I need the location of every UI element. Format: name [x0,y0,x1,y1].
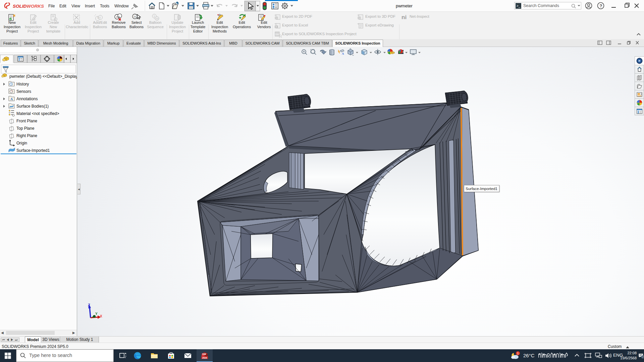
svg-text:111: 111 [97,16,101,19]
svg-text:11: 11 [133,15,136,18]
svg-text:SW: SW [275,33,279,36]
svg-text:X: X [100,314,102,318]
svg-text:PDF: PDF [358,17,362,19]
svg-text:ni: ni [401,14,407,20]
svg-text:Z: Z [88,303,90,307]
svg-text:PDF: PDF [275,17,279,19]
svg-text:Y: Y [95,312,98,316]
svg-text:1: 1 [517,352,519,355]
svg-text:A: A [342,52,344,55]
svg-text:111: 111 [116,15,120,18]
svg-text:1: 1 [154,15,155,17]
svg-text:2: 2 [642,356,643,358]
svg-text:A: A [10,97,13,101]
svg-text:23: 23 [156,17,158,20]
svg-text:?: ? [600,3,602,8]
svg-text:2024: 2024 [202,357,207,359]
svg-text:SOLIDWORKS: SOLIDWORKS [13,4,44,9]
svg-text:SW: SW [202,353,206,355]
